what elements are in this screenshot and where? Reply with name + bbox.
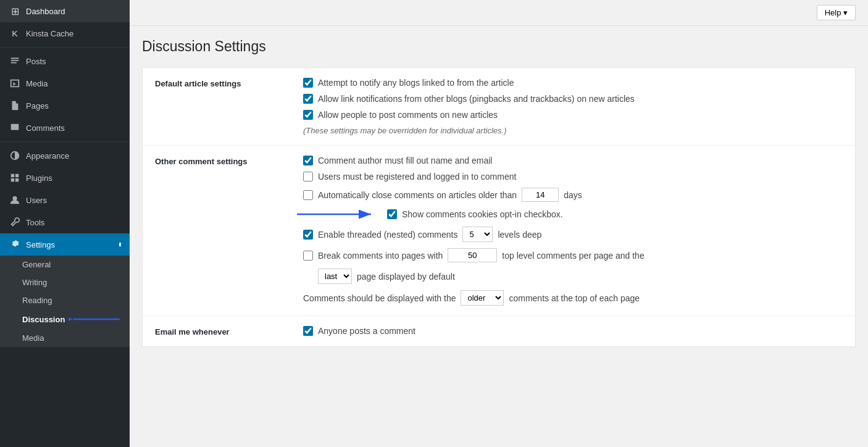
threaded-comments-checkbox[interactable] xyxy=(303,230,313,240)
sidebar-arrow-left xyxy=(69,314,121,325)
svg-rect-2 xyxy=(15,174,19,177)
tools-icon xyxy=(9,216,21,228)
cookies-opt-in-row: Show comments cookies opt-in checkbox. xyxy=(303,208,843,220)
media-icon xyxy=(9,77,21,90)
display-order-select[interactable]: older newer xyxy=(461,290,504,306)
sidebar-item-pages[interactable]: Pages xyxy=(0,94,130,117)
submenu-discussion[interactable]: Discussion xyxy=(0,309,130,329)
default-article-settings-row: Default article settings Attempt to noti… xyxy=(143,68,855,146)
email-me-row: Email me whenever Anyone posts a comment xyxy=(143,316,855,346)
posts-icon xyxy=(9,55,21,67)
submenu-reading[interactable]: Reading xyxy=(0,291,130,309)
break-pages-input[interactable] xyxy=(448,248,497,262)
threaded-comments-select[interactable]: 5 2 3 4 6 7 8 9 10 xyxy=(462,227,493,242)
svg-point-5 xyxy=(12,196,17,201)
allow-comments-row[interactable]: Allow people to post comments on new art… xyxy=(303,110,843,120)
plugins-icon xyxy=(9,172,21,184)
email-me-controls: Anyone posts a comment xyxy=(303,326,843,336)
appearance-icon xyxy=(9,149,21,162)
kinsta-icon: K xyxy=(9,27,21,40)
settings-override-note: (These settings may be overridden for in… xyxy=(303,126,843,135)
auto-close-days-input[interactable] xyxy=(522,188,559,202)
right-arrow-annotation xyxy=(297,208,377,220)
threaded-comments-row[interactable]: Enable threaded (nested) comments 5 2 3 … xyxy=(303,227,843,242)
default-article-label: Default article settings xyxy=(155,78,303,88)
other-comment-label: Other comment settings xyxy=(155,156,303,166)
author-fill-name-row[interactable]: Comment author must fill out name and em… xyxy=(303,156,843,165)
users-registered-checkbox[interactable] xyxy=(303,172,313,182)
allow-link-notifications-checkbox[interactable] xyxy=(303,94,313,104)
users-icon xyxy=(9,194,21,206)
auto-close-checkbox[interactable] xyxy=(303,190,313,200)
settings-active-indicator xyxy=(117,243,121,246)
break-pages-row[interactable]: Break comments into pages with top level… xyxy=(303,248,843,262)
cookies-opt-in-checkbox[interactable] xyxy=(387,209,397,219)
default-article-controls: Attempt to notify any blogs linked to fr… xyxy=(303,78,843,135)
submenu-writing[interactable]: Writing xyxy=(0,274,130,291)
page-title: Discussion Settings xyxy=(142,38,856,55)
other-comment-controls: Comment author must fill out name and em… xyxy=(303,156,843,306)
notify-blogs-checkbox[interactable] xyxy=(303,78,313,88)
page-displayed-row: last first page displayed by default xyxy=(303,269,843,284)
sidebar-item-tools[interactable]: Tools xyxy=(0,211,130,233)
sidebar-item-comments[interactable]: Comments xyxy=(0,117,130,139)
anyone-posts-checkbox[interactable] xyxy=(303,326,313,336)
auto-close-row[interactable]: Automatically close comments on articles… xyxy=(303,188,843,202)
submenu-media[interactable]: Media xyxy=(0,329,130,347)
other-comment-settings-row: Other comment settings Comment author mu… xyxy=(143,146,855,316)
settings-card: Default article settings Attempt to noti… xyxy=(142,67,856,347)
sidebar-item-users[interactable]: Users xyxy=(0,189,130,211)
allow-comments-checkbox[interactable] xyxy=(303,110,313,120)
main-content: Help ▾ Discussion Settings Default artic… xyxy=(130,0,868,447)
cookies-opt-in-label[interactable]: Show comments cookies opt-in checkbox. xyxy=(387,209,563,219)
settings-icon xyxy=(9,238,21,251)
email-me-label: Email me whenever xyxy=(155,326,303,336)
allow-link-notifications-row[interactable]: Allow link notifications from other blog… xyxy=(303,94,843,104)
anyone-posts-row[interactable]: Anyone posts a comment xyxy=(303,326,843,336)
comments-icon xyxy=(9,122,21,134)
submenu-general[interactable]: General xyxy=(0,256,130,274)
dashboard-icon: ⊞ xyxy=(9,5,21,17)
sidebar: ⊞ Dashboard K Kinsta Cache Posts Media P… xyxy=(0,0,130,447)
sidebar-item-kinsta-cache[interactable]: K Kinsta Cache xyxy=(0,22,130,44)
svg-rect-1 xyxy=(11,174,14,177)
page-displayed-select[interactable]: last first xyxy=(318,269,352,284)
break-pages-checkbox[interactable] xyxy=(303,251,313,261)
sidebar-item-dashboard[interactable]: ⊞ Dashboard xyxy=(0,0,130,22)
display-order-row: Comments should be displayed with the ol… xyxy=(303,290,843,306)
notify-blogs-row[interactable]: Attempt to notify any blogs linked to fr… xyxy=(303,78,843,88)
sidebar-item-media[interactable]: Media xyxy=(0,72,130,94)
sidebar-item-plugins[interactable]: Plugins xyxy=(0,167,130,189)
settings-submenu: General Writing Reading Discussion Media xyxy=(0,256,130,347)
users-registered-row[interactable]: Users must be registered and logged in t… xyxy=(303,172,843,182)
sidebar-item-settings[interactable]: Settings xyxy=(0,233,130,256)
svg-rect-4 xyxy=(15,178,19,182)
sidebar-item-posts[interactable]: Posts xyxy=(0,50,130,72)
pages-icon xyxy=(9,99,21,112)
top-bar: Help ▾ xyxy=(130,0,868,26)
help-button[interactable]: Help ▾ xyxy=(817,5,856,20)
svg-rect-3 xyxy=(11,178,14,182)
sidebar-item-appearance[interactable]: Appearance xyxy=(0,144,130,167)
author-fill-name-checkbox[interactable] xyxy=(303,156,313,165)
